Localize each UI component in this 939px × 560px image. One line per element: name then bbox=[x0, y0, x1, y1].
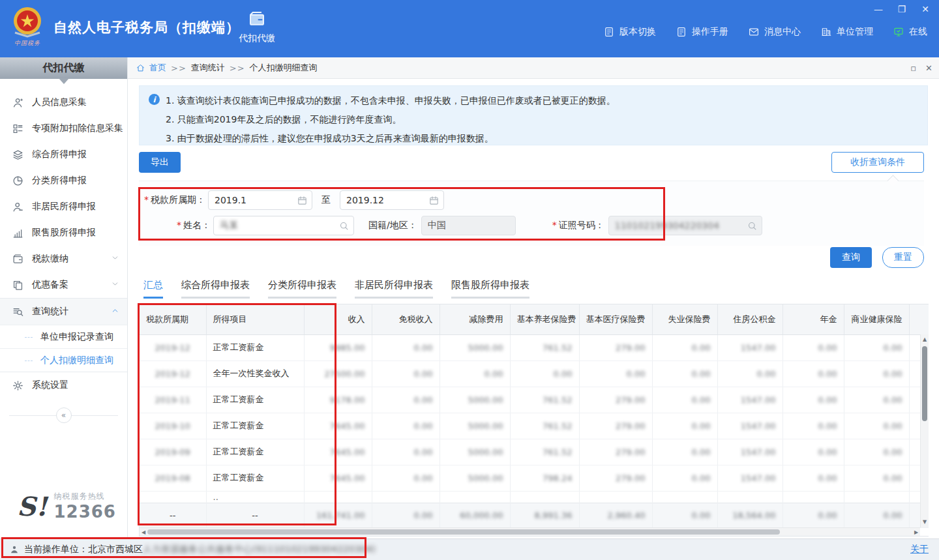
column-header-商业健康保险: 商业健康保险 bbox=[844, 304, 909, 334]
sidebar-item-税款缴纳[interactable]: 税款缴纳 bbox=[0, 246, 127, 272]
sidebar-item-限售股所得申报[interactable]: 限售股所得申报 bbox=[0, 220, 127, 246]
minimize-button[interactable]: — bbox=[871, 3, 886, 16]
column-header-基本养老保险费: 基本养老保险费 bbox=[510, 304, 579, 334]
hscroll-thumb[interactable] bbox=[147, 529, 780, 535]
name-input[interactable]: 马某 bbox=[213, 216, 354, 235]
sidebar-subitem-单位申报记录查询[interactable]: 单位申报记录查询 bbox=[0, 325, 127, 348]
period-from-input[interactable]: 2019.1 bbox=[208, 190, 312, 210]
column-header-收入: 收入 bbox=[304, 304, 372, 334]
cell bbox=[510, 491, 579, 503]
table-summary-row[interactable]: ----161,741.000.0060,000.008,991.362,960… bbox=[140, 503, 929, 527]
period-to-input[interactable]: 2019.12 bbox=[340, 190, 444, 210]
chevron-down-icon[interactable] bbox=[111, 254, 119, 264]
collapse-query-button[interactable]: 收折查询条件 bbox=[831, 152, 924, 173]
tab-综合所得申报表[interactable]: 综合所得申报表 bbox=[181, 279, 250, 299]
top-menu-item-版本切换[interactable]: 版本切换 bbox=[603, 26, 656, 38]
scroll-down-icon[interactable]: ▼ bbox=[921, 518, 929, 526]
table-row[interactable]: 2019-08正常工资薪金7645.000.005000.00798.24279… bbox=[140, 465, 929, 491]
table-row-clipped[interactable]: .. bbox=[140, 491, 929, 503]
scroll-left-icon[interactable]: ◀ bbox=[140, 528, 147, 536]
tab-限售股所得申报表[interactable]: 限售股所得申报表 bbox=[451, 279, 529, 299]
breadcrumb-home[interactable]: 首页 bbox=[149, 62, 166, 74]
horizontal-scrollbar[interactable]: ◀ ▶ bbox=[140, 527, 920, 536]
cell: 0.00 bbox=[782, 387, 844, 413]
cell: 全年一次性奖金收入 bbox=[206, 361, 304, 387]
scroll-up-icon[interactable]: ▲ bbox=[921, 336, 929, 344]
top-menu-item-在线[interactable]: 在线 bbox=[893, 26, 927, 38]
current-unit-blurred: 人力资源服务公共服务中心(91110102199304220304) bbox=[143, 544, 376, 555]
cell: 2019-12 bbox=[140, 334, 206, 361]
top-menu-label: 单位管理 bbox=[837, 26, 873, 38]
table-row[interactable]: 2019-12全年一次性奖金收入27500.000.000.000.000.00… bbox=[140, 361, 929, 387]
period-from-value: 2019.1 bbox=[215, 195, 246, 205]
sidebar: 代扣代缴 人员信息采集专项附加扣除信息采集综合所得申报分类所得申报非居民所得申报… bbox=[0, 57, 128, 538]
notice-box: i 1. 该查询统计表仅能查询已申报成功的数据，不包含未申报、申报失败，已申报但… bbox=[139, 85, 928, 145]
cell bbox=[440, 491, 510, 503]
cell bbox=[140, 491, 206, 503]
cell: 正常工资薪金 bbox=[206, 439, 304, 465]
vscroll-thumb[interactable] bbox=[922, 346, 927, 421]
sidebar-item-优惠备案[interactable]: 优惠备案 bbox=[0, 272, 127, 298]
tab-分类所得申报表[interactable]: 分类所得申报表 bbox=[268, 279, 336, 299]
sidebar-subitem-个人扣缴明细查询[interactable]: 个人扣缴明细查询 bbox=[0, 348, 127, 372]
id-label: 证照号码： bbox=[552, 220, 604, 231]
sidebar-item-查询统计[interactable]: 查询统计 bbox=[0, 299, 127, 325]
table-row[interactable]: 2019-11正常工资薪金9178.000.005000.00761.52279… bbox=[140, 387, 929, 413]
top-menu-label: 操作手册 bbox=[692, 26, 728, 38]
sidebar-item-非居民所得申报[interactable]: 非居民所得申报 bbox=[0, 194, 127, 220]
id-number-input[interactable]: 110102199304220304 bbox=[608, 216, 762, 235]
cell: 7645.00 bbox=[304, 465, 372, 491]
calendar-icon[interactable] bbox=[428, 195, 440, 206]
sidebar-item-人员信息采集[interactable]: 人员信息采集 bbox=[0, 89, 127, 115]
cell: 761.52 bbox=[510, 413, 579, 439]
tab-汇总[interactable]: 汇总 bbox=[143, 279, 163, 299]
current-unit-label: 当前操作单位： bbox=[24, 544, 88, 555]
table-row[interactable]: 2019-10正常工资薪金7645.000.005000.00761.52279… bbox=[140, 413, 929, 439]
cell: 正常工资薪金 bbox=[206, 387, 304, 413]
result-table: 税款所属期所得项目收入免税收入减除费用基本养老保险费基本医疗保险费失业保险费住房… bbox=[140, 304, 929, 528]
table-row[interactable]: 2019-09正常工资薪金7645.000.005000.00761.52279… bbox=[140, 439, 929, 465]
breadcrumb-separator: >> bbox=[171, 63, 186, 73]
sidebar-item-专项附加扣除信息采集[interactable]: 专项附加扣除信息采集 bbox=[0, 115, 127, 141]
tab-非居民所得申报表[interactable]: 非居民所得申报表 bbox=[355, 279, 433, 299]
column-header-税: 税 bbox=[909, 304, 929, 334]
notice-line: 3. 由于数据处理的滞后性，建议您在申报成功3天之后再来查询最新的申报数据。 bbox=[166, 129, 918, 148]
nav-tab-daikoudaijiao[interactable]: 代扣代缴 bbox=[230, 9, 284, 57]
top-menu-item-单位管理[interactable]: 单位管理 bbox=[820, 26, 873, 38]
vertical-scrollbar[interactable]: ▲ ▼ bbox=[920, 334, 929, 527]
cell: 0.00 bbox=[579, 361, 652, 387]
chevron-up-icon[interactable] bbox=[111, 306, 119, 317]
search-button[interactable]: 查询 bbox=[830, 247, 872, 268]
cell: 5000.00 bbox=[440, 387, 510, 413]
online-monitor-icon bbox=[893, 26, 904, 38]
search-icon[interactable] bbox=[747, 220, 758, 231]
sidebar-collapse-button[interactable]: « bbox=[56, 407, 72, 423]
gear-icon bbox=[12, 379, 24, 392]
table-row[interactable]: 2019-12正常工资薪金9985.000.005000.00761.52279… bbox=[140, 334, 929, 361]
export-button[interactable]: 导出 bbox=[139, 152, 181, 173]
about-link[interactable]: 关于 bbox=[910, 544, 929, 555]
query-actions: 查询 重置 bbox=[830, 247, 924, 268]
column-header-减除费用: 减除费用 bbox=[440, 304, 510, 334]
close-button[interactable]: ✕ bbox=[918, 3, 932, 16]
sidebar-item-分类所得申报[interactable]: 分类所得申报 bbox=[0, 168, 127, 194]
calendar-icon[interactable] bbox=[297, 195, 308, 206]
search-icon[interactable] bbox=[338, 220, 350, 231]
top-menu-item-消息中心[interactable]: 消息中心 bbox=[748, 26, 801, 38]
restore-button[interactable]: ❐ bbox=[895, 3, 909, 16]
panel-close-icon[interactable]: ✕ bbox=[925, 63, 932, 73]
chevron-down-icon[interactable] bbox=[111, 280, 119, 290]
sidebar-item-label: 专项附加扣除信息采集 bbox=[32, 123, 123, 134]
table-header-row: 税款所属期所得项目收入免税收入减除费用基本养老保险费基本医疗保险费失业保险费住房… bbox=[140, 304, 929, 334]
reset-button[interactable]: 重置 bbox=[882, 247, 924, 268]
panel-maximize-icon[interactable]: ▫ bbox=[910, 63, 916, 73]
sidebar-item-综合所得申报[interactable]: 综合所得申报 bbox=[0, 141, 127, 168]
top-menu-item-操作手册[interactable]: 操作手册 bbox=[676, 26, 728, 38]
document-icon bbox=[603, 26, 615, 38]
cell: 2019-08 bbox=[140, 465, 206, 491]
sidebar-item-系统设置[interactable]: 系统设置 bbox=[0, 372, 127, 398]
info-icon: i bbox=[149, 94, 160, 105]
scroll-right-icon[interactable]: ▶ bbox=[912, 528, 920, 536]
status-bar: 当前操作单位：北京市西城区人力资源服务公共服务中心(91110102199304… bbox=[0, 538, 939, 560]
cell: 7645.00 bbox=[304, 439, 372, 465]
